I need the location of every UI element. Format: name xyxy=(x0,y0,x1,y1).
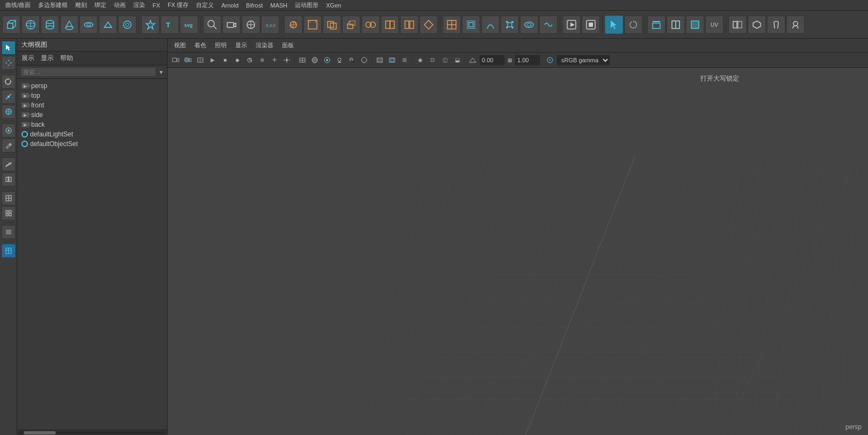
disc-tool-btn[interactable] xyxy=(118,16,136,34)
vp-play-btn[interactable]: ▶ xyxy=(207,54,219,66)
ipr-btn[interactable] xyxy=(582,16,600,34)
bevel-btn[interactable] xyxy=(303,16,322,34)
outliner-item-persp[interactable]: ▶ persp xyxy=(17,81,167,91)
edge-btn[interactable] xyxy=(667,16,685,34)
menu-motion-graphics[interactable]: 运动图形 xyxy=(292,0,322,10)
vp-grid-btn[interactable] xyxy=(374,54,386,66)
attributes-btn[interactable] xyxy=(2,225,16,239)
lasso-btn[interactable] xyxy=(624,16,642,34)
menu-bifrost[interactable]: Bifrost xyxy=(243,1,266,10)
svg-tool-btn[interactable]: svg xyxy=(180,16,198,34)
vp-colorspace-select[interactable]: sRGB gamma Linear Raw xyxy=(556,55,610,66)
vp-light-btn[interactable] xyxy=(334,54,345,66)
outliner-menu-show[interactable]: 展示 xyxy=(21,54,34,63)
menu-xgen[interactable]: XGen xyxy=(323,1,344,10)
outliner-item-back[interactable]: ▶ back xyxy=(17,120,167,129)
cylinder-tool-btn[interactable] xyxy=(41,16,59,34)
insert-btn[interactable] xyxy=(443,16,461,34)
crease-btn[interactable] xyxy=(748,16,766,34)
nurbs-circle-btn[interactable] xyxy=(284,16,302,34)
select-mode-btn[interactable] xyxy=(605,16,623,34)
vp-hud-btn[interactable] xyxy=(386,54,398,66)
outliner-scroll-thumb[interactable] xyxy=(24,431,56,434)
select-tool-btn[interactable] xyxy=(2,41,16,55)
grid3-tool-btn[interactable] xyxy=(2,206,16,220)
extrude-btn[interactable] xyxy=(342,16,360,34)
mirror-cut-btn[interactable] xyxy=(728,16,747,34)
vp-wireframe-btn[interactable] xyxy=(296,54,308,66)
outliner-search-input[interactable] xyxy=(20,67,156,77)
mirror-btn[interactable] xyxy=(2,172,16,186)
uv-btn[interactable]: UV xyxy=(705,16,724,34)
outliner-item-top[interactable]: ▶ top xyxy=(17,91,167,100)
vp-key-btn[interactable]: ◆ xyxy=(232,54,243,66)
vp-texture-btn[interactable] xyxy=(321,54,333,66)
vp-stop-btn[interactable]: ■ xyxy=(219,54,231,66)
vp-grid-display-btn[interactable]: ⊞ xyxy=(399,54,410,66)
move-tool-btn[interactable] xyxy=(2,56,16,70)
vp-select-all-btn[interactable]: ⊕ xyxy=(256,54,268,66)
combine-btn[interactable] xyxy=(419,16,438,34)
separate-btn[interactable] xyxy=(400,16,418,34)
menu-polygon[interactable]: 多边形建模 xyxy=(35,0,71,10)
vp-autokey-btn[interactable] xyxy=(244,54,256,66)
outliner-menu-display[interactable]: 显示 xyxy=(41,54,54,63)
cluster-btn[interactable] xyxy=(501,16,519,34)
text-tool-btn[interactable]: T xyxy=(161,16,179,34)
vp-cursor-btn[interactable]: ✛ xyxy=(269,54,280,66)
face-btn[interactable] xyxy=(686,16,704,34)
menu-animation[interactable]: 动画 xyxy=(111,0,129,10)
grid-tool-btn[interactable] xyxy=(2,191,16,205)
menu-sculpt[interactable]: 雕刻 xyxy=(72,0,90,10)
soft-select-btn[interactable] xyxy=(2,124,16,137)
vp-far-clip-input[interactable] xyxy=(515,55,540,66)
menu-custom[interactable]: 自定义 xyxy=(193,0,217,10)
vp-camera-persp-btn[interactable] xyxy=(170,54,182,66)
rotate-tool-btn[interactable] xyxy=(2,75,16,89)
vp-menu-shading[interactable]: 着色 xyxy=(191,40,209,50)
coord-tool-btn[interactable]: 0,0,0 xyxy=(261,16,279,34)
vp-pivot-btn[interactable] xyxy=(281,54,293,66)
star-tool-btn[interactable] xyxy=(141,16,160,34)
universal-tool-btn[interactable] xyxy=(2,105,16,119)
torus-tool-btn[interactable] xyxy=(79,16,98,34)
menu-rigging[interactable]: 绑定 xyxy=(91,0,110,10)
deform-btn[interactable] xyxy=(481,16,500,34)
vp-menu-view[interactable]: 视图 xyxy=(171,40,189,50)
camera-tool-btn[interactable] xyxy=(222,16,241,34)
channel-box-btn[interactable] xyxy=(2,244,16,258)
wire-btn[interactable] xyxy=(539,16,558,34)
outliner-item-side[interactable]: ▶ side xyxy=(17,110,167,120)
cone-tool-btn[interactable] xyxy=(60,16,78,34)
vp-wireframe-shade-btn[interactable]: ◫ xyxy=(439,54,451,66)
outliner-item-defaultobjectset[interactable]: defaultObjectSet xyxy=(17,139,167,149)
vp-boundary-btn[interactable]: ⬓ xyxy=(451,54,463,66)
wrap-btn[interactable] xyxy=(520,16,538,34)
vp-ao-btn[interactable] xyxy=(358,54,370,66)
vp-menu-lighting[interactable]: 照明 xyxy=(212,40,230,50)
menu-curves[interactable]: 曲线/曲面 xyxy=(2,0,34,10)
vp-menu-renderer[interactable]: 渲染器 xyxy=(252,40,277,50)
vp-snap-grid-btn[interactable] xyxy=(194,54,206,66)
viewport-canvas[interactable]: .grid-line { stroke: #4a4a4a; stroke-wid… xyxy=(168,68,868,435)
plane-tool-btn[interactable] xyxy=(99,16,117,34)
merge-btn[interactable] xyxy=(361,16,380,34)
menu-mash[interactable]: MASH xyxy=(267,1,291,10)
menu-render[interactable]: 渲染 xyxy=(130,0,148,10)
render-btn[interactable] xyxy=(562,16,581,34)
scale-tool-btn[interactable] xyxy=(2,90,16,104)
cube-tool-btn[interactable] xyxy=(2,16,20,34)
boolean-btn[interactable] xyxy=(323,16,341,34)
paint-weights-btn[interactable] xyxy=(767,16,785,34)
menu-fx-cache[interactable]: FX 缓存 xyxy=(164,0,192,10)
vp-isolate-btn[interactable]: ◉ xyxy=(414,54,426,66)
outliner-menu-help[interactable]: 帮助 xyxy=(60,54,73,63)
vp-near-clip-btn[interactable] xyxy=(467,54,479,66)
vp-camera-film-btn[interactable] xyxy=(182,54,194,66)
graph-editor-btn[interactable] xyxy=(2,157,16,171)
sphere-tool-btn[interactable] xyxy=(21,16,40,34)
outliner-search-arrow[interactable]: ▼ xyxy=(158,69,164,75)
menu-arnold[interactable]: Arnold xyxy=(218,1,242,10)
snap-tool-btn[interactable] xyxy=(242,16,260,34)
vp-menu-panels[interactable]: 面板 xyxy=(279,40,297,50)
